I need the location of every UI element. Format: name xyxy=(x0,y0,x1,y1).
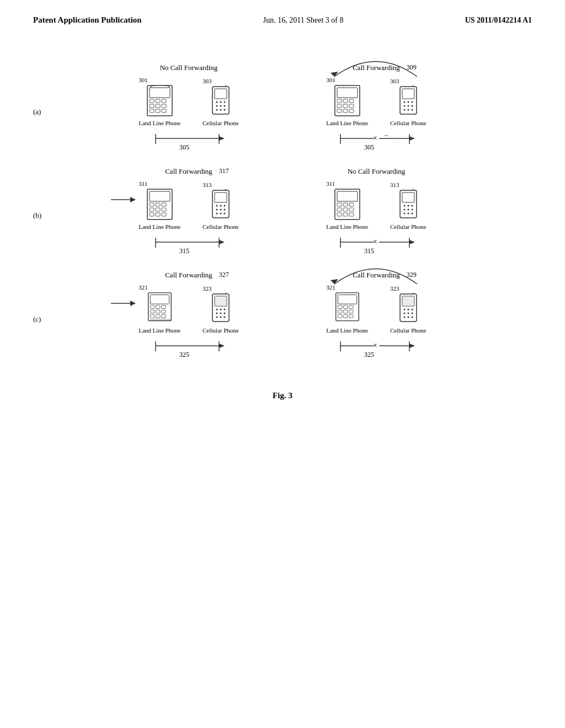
svg-point-169 xyxy=(411,309,413,311)
curve-arrow-a-right xyxy=(321,52,431,79)
svg-rect-120 xyxy=(148,293,171,321)
svg-rect-72 xyxy=(215,192,227,202)
svg-point-80 xyxy=(216,213,217,215)
svg-point-140 xyxy=(220,313,221,314)
ref-311-b-right: 311 xyxy=(326,180,335,187)
label-cellular-a-right: Cellular Phone xyxy=(390,120,427,126)
svg-rect-61 xyxy=(150,191,170,201)
cellular-a-left: 303 xyxy=(202,78,239,126)
svg-rect-156 xyxy=(343,306,347,309)
svg-rect-40 xyxy=(402,89,414,99)
svg-point-109 xyxy=(411,209,413,211)
landline-icon-a-right xyxy=(332,84,363,117)
svg-rect-33 xyxy=(337,104,342,108)
svg-text:×: × xyxy=(373,134,377,142)
svg-rect-1 xyxy=(150,88,170,98)
ref-303-a-left: 303 xyxy=(202,78,212,84)
svg-point-46 xyxy=(407,105,409,107)
svg-rect-102 xyxy=(402,192,414,202)
row-label-c: (c) xyxy=(33,315,41,324)
row-b-section: (b) Call Forwarding 317 311 xyxy=(33,167,532,254)
svg-rect-121 xyxy=(150,295,169,304)
svg-point-141 xyxy=(223,313,225,314)
svg-rect-6 xyxy=(156,104,160,108)
svg-point-108 xyxy=(407,209,409,211)
svg-point-107 xyxy=(403,209,405,211)
svg-point-111 xyxy=(407,213,409,215)
row-label-b: (b) xyxy=(33,211,41,220)
phones-row-a-right: 301 xyxy=(326,77,426,126)
svg-point-171 xyxy=(407,313,409,314)
svg-rect-94 xyxy=(349,203,354,206)
svg-rect-69 xyxy=(156,213,160,216)
svg-rect-9 xyxy=(156,109,160,113)
label-landline-a-right: Land Line Phone xyxy=(326,120,368,126)
svg-point-20 xyxy=(216,109,217,111)
svg-marker-151 xyxy=(219,344,225,348)
svg-point-105 xyxy=(407,205,409,207)
landline-icon-c-left xyxy=(145,292,175,325)
svg-rect-31 xyxy=(343,99,348,103)
svg-rect-155 xyxy=(338,306,342,309)
svg-point-136 xyxy=(216,309,217,311)
svg-point-48 xyxy=(403,109,405,111)
landline-a-left: 301 xyxy=(138,77,180,126)
svg-rect-60 xyxy=(147,189,172,220)
svg-point-104 xyxy=(403,205,405,207)
svg-rect-32 xyxy=(349,99,354,103)
svg-point-22 xyxy=(223,109,225,111)
landline-icon-c-right xyxy=(332,292,363,325)
cellular-a-right: 303 xyxy=(390,78,427,126)
phones-row-b-left: 311 xyxy=(138,180,238,230)
svg-marker-118 xyxy=(409,240,415,244)
svg-marker-84 xyxy=(130,197,136,202)
svg-marker-26 xyxy=(219,136,225,141)
svg-text:315: 315 xyxy=(364,247,374,254)
forward-arrow-c-left xyxy=(108,295,136,312)
svg-point-142 xyxy=(216,317,217,318)
diagram-a-left: No Call Forwarding 301 xyxy=(117,63,260,151)
svg-rect-5 xyxy=(150,104,154,108)
svg-point-144 xyxy=(223,317,225,318)
svg-point-139 xyxy=(216,313,217,314)
cellular-c-left: 323 xyxy=(202,285,239,334)
ref-313-b-right: 313 xyxy=(390,181,399,188)
svg-text:305: 305 xyxy=(364,143,374,151)
cellular-icon-a-right xyxy=(397,85,419,117)
diagram-c-left: Call Forwarding 327 321 xyxy=(117,271,260,358)
svg-rect-130 xyxy=(161,315,165,318)
svg-rect-90 xyxy=(335,189,360,220)
svg-rect-28 xyxy=(335,85,360,116)
svg-rect-100 xyxy=(349,213,354,216)
svg-marker-51 xyxy=(331,72,338,77)
label-landline-b-left: Land Line Phone xyxy=(138,223,180,230)
ref-311-b-left: 311 xyxy=(138,180,147,187)
svg-rect-160 xyxy=(349,310,353,313)
label-landline-a-left: Land Line Phone xyxy=(138,120,180,126)
svg-rect-162 xyxy=(343,315,347,318)
svg-point-14 xyxy=(216,101,217,103)
svg-rect-125 xyxy=(150,310,154,313)
landline-icon-b-left xyxy=(145,188,175,221)
svg-text:×: × xyxy=(373,341,377,350)
label-cellular-b-right: Cellular Phone xyxy=(390,223,427,230)
row-a-section: (a) No Call Forwarding 301 xyxy=(33,63,532,151)
landline-b-left: 311 xyxy=(138,180,180,230)
svg-rect-0 xyxy=(147,85,172,116)
cellular-c-right: 323 xyxy=(390,285,427,334)
diagram-b-right: No Call Forwarding 311 xyxy=(305,167,448,254)
svg-rect-153 xyxy=(335,293,359,321)
svg-rect-124 xyxy=(161,306,165,309)
arrow-b-left: 315 xyxy=(139,232,238,254)
forward-arrow-b-left xyxy=(108,191,136,208)
svg-point-170 xyxy=(403,313,405,314)
svg-rect-128 xyxy=(150,315,154,318)
svg-rect-122 xyxy=(150,306,154,309)
svg-point-167 xyxy=(403,309,405,311)
svg-rect-63 xyxy=(156,203,160,206)
svg-rect-163 xyxy=(349,315,353,318)
svg-point-18 xyxy=(220,105,221,107)
ref-323-c-left: 323 xyxy=(202,285,212,292)
phones-row-a-left: 301 xyxy=(138,77,238,126)
arrow-c-left: 325 xyxy=(139,336,238,358)
